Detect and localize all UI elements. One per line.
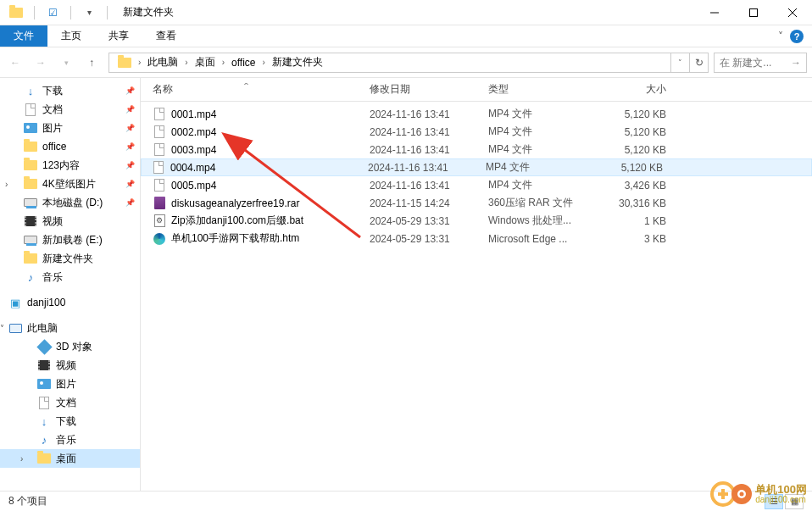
file-type: MP4 文件 [488, 178, 598, 192]
file-icon [153, 108, 166, 121]
file-name: 0003.mp4 [171, 144, 216, 156]
window-title: 新建文件夹 [123, 5, 174, 19]
cloud-icon: ▣ [8, 296, 22, 309]
chevron-right-icon[interactable]: › [219, 58, 228, 67]
file-date: 2024-11-15 14:24 [370, 197, 488, 209]
statusbar: 8 个项目 ☰ ▦ [0, 491, 812, 511]
recent-dropdown[interactable]: ▾ [54, 51, 78, 75]
sidebar-item[interactable]: ↓下载📌 [0, 81, 140, 100]
obj3d-icon-sidebar-icon [37, 340, 51, 353]
chevron-right-icon[interactable]: › [135, 58, 144, 67]
file-tab[interactable]: 文件 [0, 25, 47, 47]
file-size: 5,120 KB [598, 126, 675, 138]
table-row[interactable]: Zip添加danji100.com后缀.bat2024-05-29 13:31W… [141, 212, 812, 230]
column-size[interactable]: 大小 [598, 82, 675, 97]
back-button[interactable]: ← [3, 51, 27, 75]
file-name: 0001.mp4 [171, 108, 216, 120]
sidebar-item[interactable]: 4K壁纸图片📌› [0, 175, 140, 193]
crumb-desktop[interactable]: 桌面 [192, 53, 219, 72]
music-icon-sidebar-icon: ♪ [37, 433, 51, 447]
video-icon-sidebar-icon [37, 358, 51, 372]
column-type[interactable]: 类型 [488, 82, 598, 97]
tab-view[interactable]: 查看 [142, 25, 190, 47]
table-row[interactable]: diskusageanalyzerfree19.rar2024-11-15 14… [141, 194, 812, 212]
sidebar-item[interactable]: ↓下载 [0, 412, 140, 430]
sidebar-item[interactable]: 123内容📌 [0, 156, 140, 175]
sidebar-item-label: 下载 [42, 84, 63, 98]
search-icon[interactable]: → [791, 57, 801, 69]
crumb-office[interactable]: office [228, 53, 259, 72]
qat-properties-icon[interactable]: ☑ [43, 3, 62, 22]
sidebar-item[interactable]: 视频 [0, 356, 140, 375]
tab-share[interactable]: 共享 [95, 25, 142, 47]
search-input[interactable]: → [714, 53, 807, 73]
tab-home[interactable]: 主页 [47, 25, 95, 47]
sidebar-item[interactable]: 3D 对象 [0, 337, 140, 356]
expand-icon[interactable]: › [20, 454, 23, 464]
sidebar-item[interactable]: ♪音乐 [0, 430, 140, 449]
pin-icon: 📌 [125, 198, 135, 207]
table-row[interactable]: 0002.mp42024-11-16 13:41MP4 文件5,120 KB [141, 123, 812, 141]
refresh-icon[interactable]: ↻ [689, 53, 708, 72]
breadcrumb[interactable]: › 此电脑 › 桌面 › office › 新建文件夹 ˅ ↻ [108, 53, 709, 73]
help-icon[interactable]: ? [790, 30, 804, 43]
table-row[interactable]: 单机100手游网下载帮助.htm2024-05-29 13:31Microsof… [141, 230, 812, 247]
sidebar-item[interactable]: 新建文件夹 [0, 249, 140, 268]
crumb-thispc[interactable]: 此电脑 [144, 53, 181, 72]
chevron-right-icon[interactable]: › [181, 58, 191, 67]
close-button[interactable] [773, 0, 812, 25]
sidebar[interactable]: ↓下载📌文档📌图片📌office📌123内容📌4K壁纸图片📌›本地磁盘 (D:)… [0, 78, 141, 491]
sidebar-item[interactable]: 文档 [0, 393, 140, 412]
breadcrumb-root-icon[interactable] [114, 53, 135, 72]
sidebar-item[interactable]: 图片 [0, 375, 140, 393]
search-field[interactable] [720, 57, 787, 69]
sidebar-item[interactable]: 桌面› [0, 449, 140, 468]
sidebar-item[interactable]: 图片📌 [0, 119, 140, 137]
minimize-button[interactable] [695, 0, 734, 25]
sidebar-item-label: 123内容 [42, 158, 80, 173]
file-type: MP4 文件 [486, 160, 596, 175]
sidebar-item[interactable]: 文档📌 [0, 100, 140, 119]
file-name: Zip添加danji100.com后缀.bat [171, 214, 303, 228]
file-icon [153, 197, 166, 210]
folder-icon-sidebar-icon [24, 252, 37, 265]
sidebar-item[interactable]: office📌 [0, 137, 140, 156]
table-row[interactable]: 0005.mp42024-11-16 13:41MP4 文件3,426 KB [141, 176, 812, 194]
file-date: 2024-11-16 13:41 [370, 180, 488, 192]
pic-icon-sidebar-icon [37, 377, 51, 391]
expand-icon[interactable]: › [5, 180, 8, 189]
forward-button[interactable]: → [29, 51, 53, 75]
pin-icon: 📌 [125, 86, 135, 95]
watermark-logo-icon [709, 480, 752, 508]
crumb-current[interactable]: 新建文件夹 [269, 53, 326, 72]
maximize-button[interactable] [734, 0, 773, 25]
file-icon [153, 143, 166, 157]
sidebar-item[interactable]: 视频 [0, 212, 140, 231]
sidebar-item-thispc[interactable]: ˅此电脑 [0, 319, 140, 337]
sidebar-item[interactable]: ▣danji100 [0, 293, 140, 312]
breadcrumb-dropdown-icon[interactable]: ˅ [670, 53, 689, 72]
ribbon-expand-icon[interactable]: ˅ [778, 31, 783, 42]
sidebar-item-label: 下载 [56, 414, 76, 429]
navbar: ← → ▾ ↑ › 此电脑 › 桌面 › office › 新建文件夹 ˅ ↻ … [0, 47, 812, 78]
column-name[interactable]: 名称ˆ [153, 82, 370, 97]
table-row[interactable]: 0003.mp42024-11-16 13:41MP4 文件5,120 KB [141, 141, 812, 158]
sidebar-item[interactable]: 新加载卷 (E:) [0, 231, 140, 249]
folder-icon[interactable] [7, 3, 25, 22]
column-date[interactable]: 修改日期 [370, 82, 488, 97]
sidebar-item-label: 4K壁纸图片 [42, 177, 96, 192]
up-button[interactable]: ↑ [80, 51, 103, 75]
chevron-right-icon[interactable]: › [259, 58, 269, 67]
sidebar-item[interactable]: 本地磁盘 (D:)📌 [0, 193, 140, 212]
file-icon [153, 214, 166, 228]
sidebar-item-label: 文档 [56, 396, 76, 410]
qat-dropdown-icon[interactable]: ▾ [80, 3, 98, 22]
dl-icon-sidebar-icon: ↓ [37, 414, 51, 428]
table-row[interactable]: 0001.mp42024-11-16 13:41MP4 文件5,120 KB [141, 105, 812, 123]
collapse-icon[interactable]: ˅ [0, 324, 4, 333]
file-type: MP4 文件 [488, 142, 598, 157]
file-date: 2024-11-16 13:41 [370, 108, 488, 120]
table-row[interactable]: 0004.mp42024-11-16 13:41MP4 文件5,120 KB [141, 158, 812, 176]
sidebar-item-label: 此电脑 [27, 321, 58, 336]
sidebar-item[interactable]: ♪音乐 [0, 268, 140, 286]
